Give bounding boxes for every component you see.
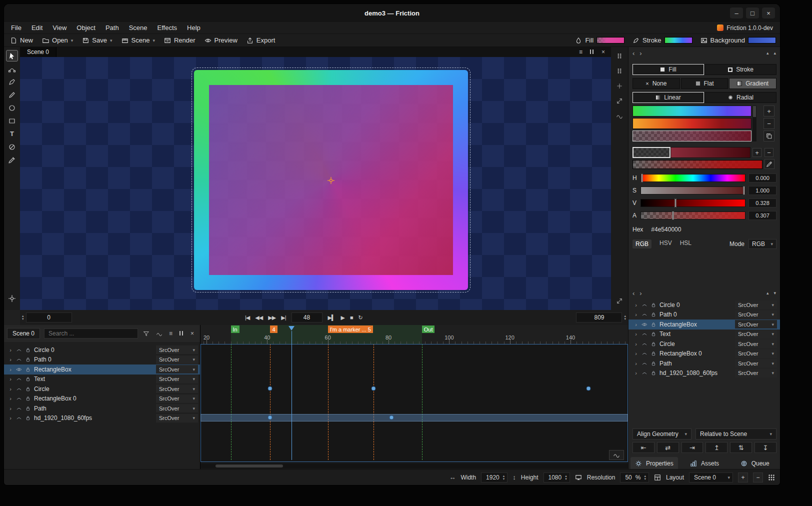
skip-start-button[interactable]: |◀ <box>245 314 250 321</box>
curve-filter-icon[interactable] <box>156 330 162 337</box>
rectangle-tool[interactable] <box>6 115 18 126</box>
object-row[interactable]: ›hd_1920_1080_60fpsSrcOver▾ <box>4 414 200 424</box>
pen-tool[interactable] <box>6 76 18 88</box>
paint-none-button[interactable]: ×None <box>632 78 680 89</box>
close-icon[interactable]: × <box>190 330 194 337</box>
panel-forward-icon[interactable]: › <box>640 290 642 297</box>
object-row[interactable]: ›Path 0SrcOver▾ <box>628 310 780 320</box>
add-layout-button[interactable]: + <box>738 472 748 482</box>
current-frame-input[interactable]: 48 <box>292 312 322 322</box>
toolbar-open-button[interactable]: Open▾ <box>42 36 73 44</box>
blend-mode-select[interactable]: SrcOver▾ <box>735 330 777 338</box>
play-pause-button[interactable]: ▶▍ <box>328 314 336 321</box>
maximize-button[interactable]: □ <box>746 8 759 18</box>
blend-mode-select[interactable]: SrcOver▾ <box>735 340 777 348</box>
menu-item-help[interactable]: Help <box>187 24 200 32</box>
playhead[interactable] <box>292 331 292 460</box>
tab-queue[interactable]: Queue <box>731 457 778 470</box>
blend-mode-select[interactable]: SrcOver▾ <box>735 350 777 358</box>
menu-item-path[interactable]: Path <box>106 24 119 32</box>
skip-end-button[interactable]: ▶| <box>281 314 286 321</box>
node-tool[interactable] <box>6 63 18 74</box>
blend-mode-select[interactable]: SrcOver▾ <box>735 369 777 378</box>
menu-item-edit[interactable]: Edit <box>32 24 42 32</box>
mode-tab-hsl[interactable]: HSL <box>680 240 692 248</box>
menu-item-file[interactable]: File <box>11 24 22 32</box>
frame-start-input[interactable]: 0 <box>26 312 72 322</box>
blend-mode-select[interactable]: SrcOver▾ <box>156 404 198 412</box>
keyframe[interactable] <box>371 386 376 390</box>
stepper-icon[interactable]: ▴▾ <box>644 474 646 480</box>
blend-mode-select[interactable]: SrcOver▾ <box>156 375 198 384</box>
blend-mode-select[interactable]: SrcOver▾ <box>156 356 198 364</box>
menu-item-effects[interactable]: Effects <box>158 24 178 32</box>
pivot-tool[interactable] <box>6 292 18 304</box>
object-row[interactable]: ›RectangleBox 0SrcOver▾ <box>4 394 200 404</box>
graph-view-button[interactable] <box>609 450 624 460</box>
expand-icon[interactable]: › <box>8 386 13 392</box>
gradient-radial-button[interactable]: Radial <box>705 92 776 103</box>
picker-tool[interactable] <box>6 154 18 166</box>
expand-icon[interactable]: › <box>8 406 13 412</box>
toolbar-preview-button[interactable]: Preview <box>204 36 238 44</box>
align-hcenter-button[interactable]: ⇄ <box>657 442 679 453</box>
close-button[interactable]: × <box>762 8 775 18</box>
object-row[interactable]: ›TextSrcOver▾ <box>4 374 200 384</box>
background-color-swatch[interactable] <box>748 37 776 44</box>
keyframe[interactable] <box>390 416 394 420</box>
stepper-icon[interactable]: ▴▾ <box>624 314 626 320</box>
curve-icon[interactable] <box>616 111 623 120</box>
stroke-color-swatch[interactable] <box>664 37 692 44</box>
gradient-current[interactable] <box>632 130 752 142</box>
object-row[interactable]: ›RectangleBoxSrcOver▾ <box>4 364 200 374</box>
toolbar-fill-swatch[interactable]: Fill <box>575 36 624 44</box>
pause-icon[interactable] <box>179 330 184 337</box>
gradient-scrollbar[interactable] <box>752 106 756 142</box>
expand-icon[interactable]: › <box>634 331 638 337</box>
blend-mode-select[interactable]: SrcOver▾ <box>735 320 777 328</box>
selected-rectangle[interactable] <box>194 70 468 290</box>
pivot-point[interactable] <box>327 176 335 184</box>
canvas-scene-tab[interactable]: Scene 0 <box>20 47 56 57</box>
remove-gradient-button[interactable]: − <box>764 118 774 129</box>
expand-icon[interactable]: › <box>8 347 13 353</box>
video-strip[interactable] <box>200 414 628 422</box>
align-right-button[interactable]: ⇥ <box>682 442 704 453</box>
filter-icon[interactable] <box>143 330 150 337</box>
null-object-tool[interactable] <box>6 141 18 152</box>
expand-icon[interactable]: › <box>634 322 638 328</box>
toolbar-render-button[interactable]: Render <box>164 36 196 44</box>
blend-mode-select[interactable]: SrcOver▾ <box>735 310 777 319</box>
search-input[interactable] <box>44 328 138 338</box>
timeline-marker[interactable]: I'm a marker ... 5 <box>328 326 373 333</box>
stepper-icon[interactable]: ▴▾ <box>503 474 505 480</box>
gradient-stop[interactable] <box>670 147 750 158</box>
expand-icon[interactable]: › <box>634 302 638 308</box>
drag-handle-icon[interactable] <box>616 66 623 75</box>
canvas-pause-icon[interactable] <box>590 48 594 56</box>
panel-back-icon[interactable]: ‹ <box>632 50 634 57</box>
keyframe[interactable] <box>586 386 591 390</box>
slider-h-track[interactable] <box>640 174 746 182</box>
grid-icon[interactable] <box>768 474 775 481</box>
expand-icon[interactable]: › <box>634 341 638 347</box>
collapse-icon[interactable]: ▴ <box>774 50 776 56</box>
timeline-marker[interactable]: In <box>231 326 240 333</box>
frame-end-input[interactable]: 809 <box>576 312 622 322</box>
resolution-select[interactable]: 50 % ▴▾ <box>620 472 649 482</box>
loop-button[interactable]: ↻ <box>358 314 362 321</box>
align-geometry-select[interactable]: Align Geometry ▾ <box>632 428 692 440</box>
timeline-marker[interactable]: 4 <box>270 326 277 333</box>
playhead-handle[interactable] <box>288 326 294 334</box>
panel-forward-icon[interactable]: › <box>640 50 642 57</box>
scrollbar-thumb[interactable] <box>216 464 283 468</box>
menu-item-object[interactable]: Object <box>76 24 96 32</box>
toolbar-background-swatch[interactable]: Background <box>700 36 776 44</box>
blend-mode-select[interactable]: SrcOver▾ <box>156 414 198 422</box>
collapse-icon[interactable]: ▴ <box>766 50 769 56</box>
timeline-scene-select[interactable]: Scene 0 <box>7 328 40 339</box>
slider-s-track[interactable] <box>640 186 746 194</box>
width-input[interactable]: 1920 ▴▾ <box>481 472 508 482</box>
gradient-rainbow[interactable] <box>632 106 752 116</box>
object-row[interactable]: ›Circle 0SrcOver▾ <box>4 345 200 355</box>
